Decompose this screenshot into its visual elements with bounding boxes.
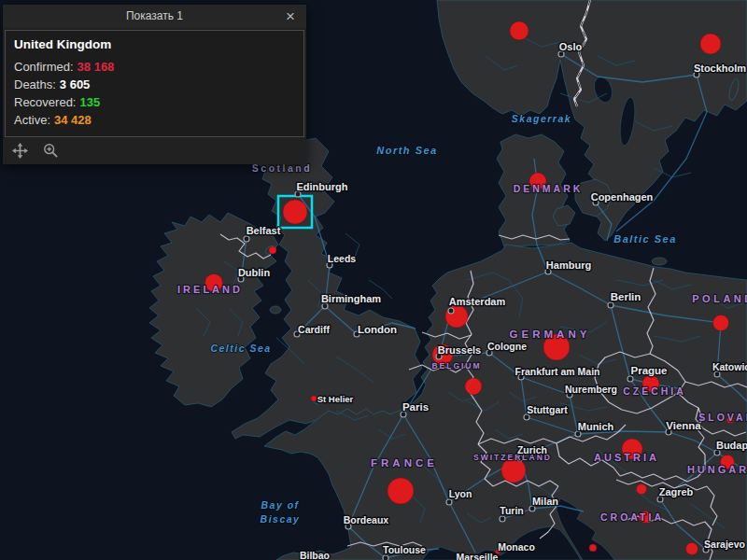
city-label-monaco: Monaco <box>498 541 535 553</box>
city-label-london: London <box>358 324 397 335</box>
city-label-amsterdam: Amsterdam <box>449 296 506 307</box>
country-label-germany: GERMANY <box>510 329 591 340</box>
city-label-berlin: Berlin <box>611 291 641 302</box>
case-bubble-sarajevo[interactable] <box>686 543 698 555</box>
city-label-katowice: Katowice <box>712 361 747 372</box>
country-label-denmark: DENMARK <box>514 183 584 194</box>
case-bubble-slovenia[interactable] <box>637 484 647 495</box>
popup-stats: Confirmed:38 168Deaths:3 605Recovered:13… <box>14 58 295 129</box>
city-label-bordeaux: Bordeaux <box>344 514 389 525</box>
city-label-copenhagen: Copenhagen <box>591 191 654 203</box>
stat-label: Confirmed: <box>14 60 74 74</box>
stat-row-active: Active:34 428 <box>14 111 295 129</box>
country-label-slovakia: SLOVAKIA <box>698 412 747 423</box>
city-label-prague: Prague <box>631 365 668 376</box>
city-marker-lyon[interactable] <box>446 499 452 505</box>
country-label-austria: AUSTRIA <box>594 452 659 463</box>
city-marker-amsterdam[interactable] <box>448 308 454 314</box>
city-marker-belfast[interactable] <box>244 236 249 242</box>
city-label-st-helier: St Helier <box>317 394 354 404</box>
close-icon[interactable]: × <box>280 5 301 28</box>
sea-label-skagerrak: Skagerrak <box>512 113 571 124</box>
country-label-belgium: BELGIUM <box>431 361 481 371</box>
city-label-zurich: Zurich <box>517 444 547 455</box>
case-bubble-stockholm[interactable] <box>700 34 721 54</box>
map-app: North SeaSkagerrakBaltic SeaCeltic SeaBa… <box>0 0 747 560</box>
city-marker-prague[interactable] <box>627 376 633 382</box>
city-label-lyon: Lyon <box>449 488 472 499</box>
popup-header[interactable]: Показать 1 × <box>3 5 306 28</box>
stat-label: Active: <box>14 113 50 127</box>
case-bubble-poland[interactable] <box>713 315 729 331</box>
case-bubble-italy-adriatic[interactable] <box>589 544 597 552</box>
city-label-bilbao: Bilbao <box>300 550 330 560</box>
city-label-stuttgart: Stuttgart <box>527 404 568 415</box>
country-label-poland: POLAND <box>692 293 747 304</box>
case-bubble-isle-of-man[interactable] <box>269 246 276 254</box>
stat-row-recovered: Recovered:135 <box>14 93 295 111</box>
stat-value: 38 168 <box>78 60 115 74</box>
island-anglesey <box>270 306 281 314</box>
city-marker-turin[interactable] <box>500 516 505 522</box>
city-label-birmingham: Birmingham <box>321 293 381 304</box>
city-label-nuremberg: Nuremberg <box>565 384 617 395</box>
city-marker-berlin[interactable] <box>608 302 613 308</box>
stat-value: 3 605 <box>60 77 91 91</box>
city-marker-toulouse[interactable] <box>383 555 388 560</box>
feature-popup: Показать 1 × United Kingdom Confirmed:38… <box>3 5 306 164</box>
stat-label: Deaths: <box>14 77 56 91</box>
city-label-leeds: Leeds <box>328 253 357 264</box>
city-label-toulouse: Toulouse <box>383 544 426 555</box>
case-bubble-france[interactable] <box>388 478 414 504</box>
popup-footer <box>3 137 306 164</box>
sea-label-celtic-sea: Celtic Sea <box>210 343 271 354</box>
city-label-brussels: Brussels <box>438 344 481 356</box>
city-label-frankfurt-am-main: Frankfurt am Main <box>514 366 599 377</box>
city-label-sarajevo: Sarajevo <box>704 539 745 550</box>
popup-content: United Kingdom Confirmed:38 168Deaths:3 … <box>5 30 304 137</box>
island-ruegen <box>652 258 667 265</box>
country-label-ireland: IRELAND <box>177 284 243 295</box>
country-label-czechia: CZECHIA <box>623 385 686 397</box>
city-label-milan: Milan <box>532 496 558 507</box>
city-label-cologne: Cologne <box>487 341 527 352</box>
city-label-edinburgh: Edinburgh <box>297 181 348 192</box>
city-label-cardiff: Cardiff <box>298 324 330 335</box>
country-label-croatia: CROATIA <box>600 511 664 523</box>
stat-row-confirmed: Confirmed:38 168 <box>14 58 295 76</box>
city-label-stockholm: Stockholm <box>694 63 746 74</box>
stat-value: 135 <box>79 95 100 109</box>
sea-label-bay-of-biscay: Biscay <box>261 513 301 525</box>
city-label-munich: Munich <box>578 421 614 432</box>
city-label-paris: Paris <box>402 401 429 413</box>
magnifier-plus-icon[interactable] <box>43 143 59 160</box>
country-label-france: FRANCE <box>371 457 438 469</box>
city-label-zagreb: Zagreb <box>659 486 694 497</box>
stat-row-deaths: Deaths:3 605 <box>14 76 295 93</box>
case-bubble-united-kingdom[interactable] <box>283 200 307 224</box>
country-label-hungary: HUNGARY <box>687 464 747 475</box>
case-bubble-st-helier[interactable] <box>311 396 317 401</box>
case-bubble-norway[interactable] <box>510 21 529 40</box>
sea-label-north-sea: North Sea <box>376 145 437 156</box>
city-label-budapest: Budapest <box>716 440 747 451</box>
city-label-belfast: Belfast <box>247 225 281 236</box>
city-label-marseille: Marseille <box>457 552 499 560</box>
popup-title: Показать 1 <box>126 9 183 22</box>
sea-label-baltic-sea: Baltic Sea <box>613 233 677 245</box>
city-label-turin: Turin <box>500 505 523 516</box>
city-label-dublin: Dublin <box>238 267 270 278</box>
pan-icon[interactable] <box>12 143 28 160</box>
city-label-vienna: Vienna <box>666 420 701 431</box>
stat-value: 34 428 <box>54 113 92 127</box>
stat-label: Recovered: <box>14 95 76 109</box>
popup-country-name: United Kingdom <box>14 37 295 51</box>
sea-label-bay-of-biscay: Bay of <box>261 499 299 511</box>
city-label-oslo: Oslo <box>559 41 583 52</box>
city-label-hamburg: Hamburg <box>546 259 591 271</box>
case-bubble-luxembourg[interactable] <box>465 378 482 395</box>
